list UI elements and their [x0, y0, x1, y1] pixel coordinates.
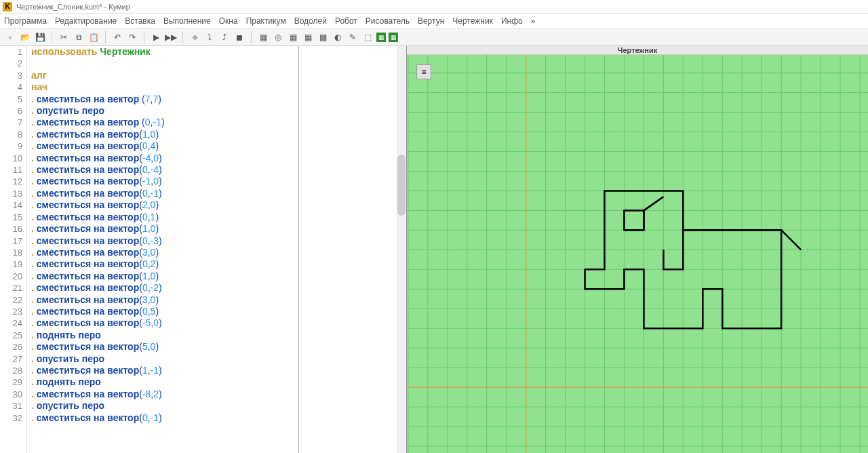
separator [52, 31, 52, 43]
scrollbar-track[interactable] [397, 46, 406, 453]
menu-7[interactable]: Робот [335, 16, 357, 26]
menu-9[interactable]: Вертун [418, 16, 444, 26]
undo-icon[interactable]: ↶ [111, 31, 123, 43]
drawer-title: Чертежник [407, 46, 868, 55]
svg-rect-0 [407, 55, 868, 453]
step-icon[interactable]: ⎆ [189, 31, 201, 43]
separator [182, 31, 183, 43]
tool-7-icon[interactable]: ✎ [347, 31, 359, 43]
separator [144, 31, 144, 43]
drawing-canvas-wrap: ≡ [407, 55, 868, 453]
tool-6-icon[interactable]: ◐ [332, 31, 344, 43]
menu-8[interactable]: Рисователь [366, 16, 410, 26]
menu-2[interactable]: Вставка [125, 16, 155, 26]
cut-icon[interactable]: ✂ [58, 31, 70, 43]
redo-icon[interactable]: ↷ [126, 31, 138, 43]
inner-separator [298, 46, 299, 453]
window-title: Чертежник_Слоник.kum* - Кумир [16, 3, 130, 11]
tool-8-icon[interactable]: ⬚ [361, 31, 374, 43]
save-file-icon[interactable]: 💾 [34, 31, 46, 43]
menu-4[interactable]: Окна [219, 16, 238, 26]
canvas-menu-button[interactable]: ≡ [416, 64, 431, 79]
menu-11[interactable]: Инфо [501, 16, 523, 26]
scrollbar-thumb[interactable] [397, 155, 406, 216]
tool-5-icon[interactable]: ▩ [317, 31, 329, 43]
run-fast-icon[interactable]: ▶▶ [165, 31, 177, 43]
step-out-icon[interactable]: ⤴ [218, 31, 231, 43]
tool-3-icon[interactable]: ▦ [287, 31, 299, 43]
tool-4-icon[interactable]: ▦ [302, 31, 314, 43]
tool-green-2-icon[interactable]: ▦ [389, 33, 398, 42]
tool-2-icon[interactable]: ◎ [272, 31, 284, 43]
step-into-icon[interactable]: ⤵ [203, 31, 216, 43]
copy-icon[interactable]: ⧉ [73, 31, 85, 43]
tool-green-1-icon[interactable]: ▦ [376, 33, 386, 42]
menu-5[interactable]: Практикум [246, 16, 286, 26]
line-gutter: 1234567891011121314151617181920212223242… [0, 46, 27, 453]
title-bar: K Чертежник_Слоник.kum* - Кумир [0, 0, 868, 14]
menu-0[interactable]: Программа [4, 16, 47, 26]
separator [105, 31, 106, 43]
drawing-canvas[interactable] [407, 55, 868, 453]
code-editor[interactable]: 1234567891011121314151617181920212223242… [0, 46, 407, 453]
drawer-panel: Чертежник ≡ [407, 46, 868, 453]
new-file-icon[interactable]: ▫ [4, 31, 16, 43]
toolbar: ▫ 📂 💾 ✂ ⧉ 📋 ↶ ↷ ▶ ▶▶ ⎆ ⤵ ⤴ ◼ ▦ ◎ ▦ ▦ ▩ ◐… [0, 28, 868, 46]
open-file-icon[interactable]: 📂 [19, 31, 31, 43]
menu-10[interactable]: Чертежник [452, 16, 493, 26]
menu-bar: ПрограммаРедактированиеВставкаВыполнение… [0, 14, 868, 28]
menu-12[interactable]: » [531, 16, 536, 26]
stop-icon[interactable]: ◼ [233, 31, 245, 43]
menu-3[interactable]: Выполнение [163, 16, 211, 26]
separator [251, 31, 252, 43]
app-icon: K [3, 2, 12, 12]
menu-1[interactable]: Редактирование [55, 16, 117, 26]
menu-6[interactable]: Водолей [294, 16, 327, 26]
tool-1-icon[interactable]: ▦ [257, 31, 269, 43]
paste-icon[interactable]: 📋 [87, 31, 100, 43]
run-icon[interactable]: ▶ [150, 31, 162, 43]
